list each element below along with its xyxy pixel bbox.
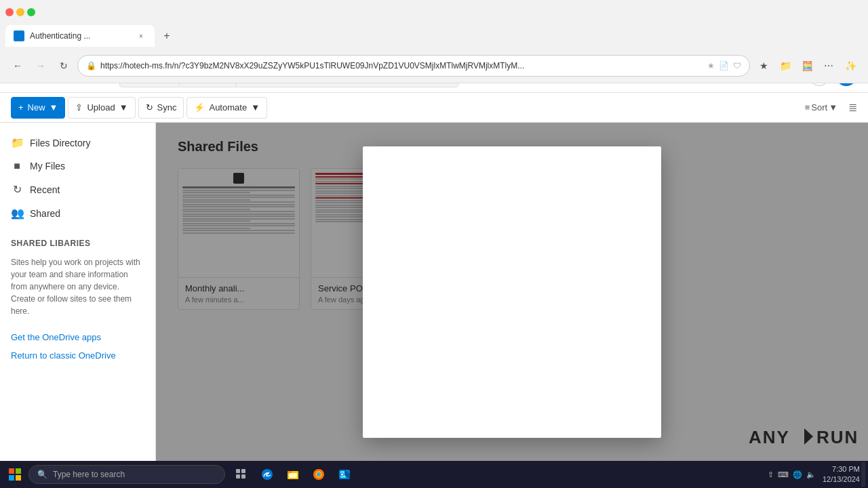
taskbar-tray: ⇧ ⌨ 🌐 🔈 (762, 470, 821, 479)
taskbar-task-view[interactable] (229, 462, 254, 487)
window-close[interactable] (5, 8, 14, 16)
browser-tab[interactable]: Authenticating ... × (5, 25, 155, 47)
extension-icon[interactable]: 📄 (719, 61, 729, 70)
browser-chrome: Authenticating ... × + ← → ↻ 🔒 https://h… (0, 0, 868, 58)
taskbar-search[interactable]: 🔍 Type here to search (28, 465, 225, 484)
taskbar-clock[interactable]: 7:30 PM 12/13/2024 (823, 464, 860, 485)
back-button[interactable]: ← (8, 56, 27, 75)
collections-button[interactable]: 📁 (776, 56, 795, 75)
sidebar-item-my-files[interactable]: ■ My Files (0, 155, 155, 178)
show-desktop-btn[interactable] (861, 462, 865, 487)
tab-favicon (14, 30, 24, 41)
task-view-icon (235, 468, 248, 481)
firefox-icon (313, 468, 325, 481)
favorites-button[interactable]: ★ (754, 56, 773, 75)
svg-rect-8 (241, 469, 245, 473)
sidebar-footer-section: Get the OneDrive apps Return to classic … (0, 325, 155, 367)
my-files-icon: ■ (11, 160, 23, 172)
tray-network-icon[interactable]: 🌐 (793, 470, 802, 479)
url-text[interactable]: https://hotech-ms.fn/n/?c3Y9bzM2NV8xX29u… (100, 61, 703, 70)
svg-rect-6 (16, 475, 21, 481)
tab-title: Authenticating ... (30, 31, 130, 41)
modal-overlay[interactable] (156, 123, 868, 461)
upload-chevron-icon: ▼ (119, 102, 128, 113)
svg-rect-10 (241, 474, 245, 479)
sidebar-shared-label: Shared (30, 208, 60, 219)
svg-point-17 (317, 472, 321, 476)
shield-icon: 🛡 (733, 61, 741, 70)
refresh-button[interactable]: ↻ (54, 56, 73, 75)
sort-icon: ≡ (805, 102, 810, 113)
taskbar-edge[interactable] (255, 462, 279, 487)
sync-label: Sync (157, 102, 177, 113)
view-controls: ≡ Sort ▼ ⁢ ≣ (805, 101, 857, 114)
taskbar-pinned-apps (229, 462, 357, 487)
taskbar-search-placeholder: Type here to search (53, 470, 125, 479)
bookmark-icon[interactable]: ★ (707, 61, 715, 70)
svg-rect-5 (9, 475, 14, 481)
automate-icon: ⚡ (194, 102, 205, 113)
sync-icon: ↻ (146, 102, 153, 113)
automate-label: Automate (209, 102, 247, 113)
sidebar-libraries-section: Shared Libaries Sites help you work on p… (0, 228, 155, 325)
taskbar-outlook[interactable] (332, 462, 357, 487)
address-bar[interactable]: 🔒 https://hotech-ms.fn/n/?c3Y9bzM2NV8xX2… (77, 55, 750, 77)
sidebar-item-recent[interactable]: ↻ Recent (0, 178, 155, 201)
extensions-button[interactable]: 🧮 (797, 56, 816, 75)
taskbar-explorer[interactable] (281, 462, 305, 487)
new-icon: + (18, 102, 24, 113)
sort-control[interactable]: ≡ Sort ▼ (805, 102, 837, 113)
nav-actions: ★ 📁 🧮 ⋯ ✨ (754, 56, 860, 75)
shared-libraries-text: Sites help you work on projects with you… (0, 251, 155, 323)
tray-up-icon[interactable]: ⇧ (768, 470, 774, 479)
sidebar-recent-label: Recent (30, 184, 60, 195)
explorer-icon (287, 468, 299, 481)
svg-rect-3 (9, 468, 14, 474)
tab-bar: Authenticating ... × + (0, 24, 868, 48)
svg-rect-14 (289, 473, 297, 478)
sidebar-my-files-label: My Files (30, 161, 65, 171)
copilot-button[interactable]: ✨ (841, 56, 860, 75)
sidebar-item-files-directory[interactable]: 📁 Files Directory (0, 131, 155, 155)
recent-icon: ↻ (11, 183, 23, 196)
edge-icon (261, 468, 273, 481)
window-maximize[interactable] (27, 8, 35, 16)
window-minimize[interactable] (16, 8, 24, 16)
sync-button[interactable]: ↻ Sync (138, 97, 184, 119)
taskbar-time: 7:30 PM (823, 464, 860, 474)
sidebar-item-shared[interactable]: 👥 Shared (0, 201, 155, 225)
title-bar (0, 0, 868, 24)
folder-icon: 📁 (11, 136, 23, 149)
upload-button[interactable]: ⇧ Upload ▼ (68, 97, 135, 119)
lock-icon: 🔒 (86, 61, 96, 70)
main-content: Shared Files (156, 123, 868, 461)
sort-chevron-icon: ▼ (829, 102, 837, 113)
automate-button[interactable]: ⚡ Automate ▼ (186, 97, 267, 119)
taskbar-firefox[interactable] (307, 462, 331, 487)
tray-keyboard-icon[interactable]: ⌨ (778, 470, 789, 479)
windows-icon (9, 468, 21, 481)
list-view-icon[interactable]: ≣ (848, 101, 857, 114)
new-button[interactable]: + New ▼ (11, 97, 65, 119)
upload-icon: ⇧ (75, 102, 83, 113)
get-apps-link[interactable]: Get the OneDrive apps (0, 328, 155, 346)
start-button[interactable] (3, 462, 27, 487)
forward-button[interactable]: → (31, 56, 50, 75)
new-tab-button[interactable]: + (157, 26, 176, 45)
svg-point-21 (341, 474, 343, 476)
return-classic-link[interactable]: Return to classic OneDrive (0, 346, 155, 365)
tray-volume-icon[interactable]: 🔈 (806, 470, 816, 479)
taskbar-search-icon: 🔍 (37, 470, 47, 479)
automate-chevron-icon: ▼ (251, 102, 260, 113)
tab-close-btn[interactable]: × (136, 30, 146, 41)
toolbar: + New ▼ ⇧ Upload ▼ ↻ Sync ⚡ Automate ▼ ≡… (0, 93, 868, 123)
upload-label: Upload (87, 102, 115, 113)
app-container: ☰ OneDrive 🔍 Search All files ▼ ⚙ ? R + (0, 58, 868, 461)
outlook-icon (338, 468, 351, 481)
settings-browser-button[interactable]: ⋯ (819, 56, 838, 75)
modal-dialog (363, 146, 661, 438)
shared-libraries-heading: Shared Libaries (0, 230, 155, 251)
content-area: 📁 Files Directory ■ My Files ↻ Recent 👥 … (0, 123, 868, 461)
sidebar-files-directory-label: Files Directory (30, 138, 90, 148)
svg-rect-9 (236, 474, 240, 479)
